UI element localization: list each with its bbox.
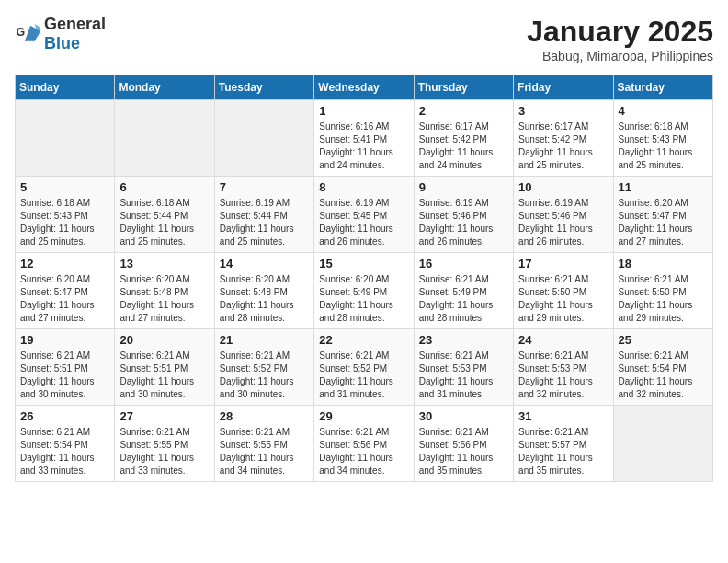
day-number: 11 (619, 180, 708, 194)
calendar-cell: 21Sunrise: 6:21 AMSunset: 5:52 PMDayligh… (214, 329, 313, 406)
week-row-1: 1Sunrise: 6:16 AMSunset: 5:41 PMDaylight… (16, 100, 713, 177)
day-number: 24 (518, 333, 608, 347)
day-number: 28 (220, 409, 309, 423)
day-info: Sunrise: 6:21 AMSunset: 5:56 PMDaylight:… (419, 426, 508, 477)
day-info: Sunrise: 6:21 AMSunset: 5:55 PMDaylight:… (220, 426, 309, 477)
day-number: 31 (518, 409, 608, 423)
week-row-4: 19Sunrise: 6:21 AMSunset: 5:51 PMDayligh… (16, 329, 713, 406)
day-number: 5 (20, 180, 109, 194)
day-info: Sunrise: 6:19 AMSunset: 5:44 PMDaylight:… (220, 197, 309, 248)
calendar-cell: 13Sunrise: 6:20 AMSunset: 5:48 PMDayligh… (115, 253, 214, 329)
day-number: 4 (619, 104, 708, 118)
day-number: 6 (119, 180, 209, 194)
day-number: 19 (20, 333, 109, 347)
day-info: Sunrise: 6:18 AMSunset: 5:43 PMDaylight:… (619, 121, 708, 172)
calendar-cell: 29Sunrise: 6:21 AMSunset: 5:56 PMDayligh… (314, 406, 414, 482)
day-info: Sunrise: 6:21 AMSunset: 5:54 PMDaylight:… (20, 426, 109, 477)
day-info: Sunrise: 6:21 AMSunset: 5:53 PMDaylight:… (419, 350, 508, 401)
calendar-cell: 3Sunrise: 6:17 AMSunset: 5:42 PMDaylight… (514, 100, 613, 177)
day-number: 25 (619, 333, 708, 347)
calendar-cell: 18Sunrise: 6:21 AMSunset: 5:50 PMDayligh… (613, 253, 712, 329)
day-header-sunday: Sunday (16, 75, 115, 100)
day-info: Sunrise: 6:21 AMSunset: 5:52 PMDaylight:… (319, 350, 408, 401)
day-info: Sunrise: 6:17 AMSunset: 5:42 PMDaylight:… (419, 121, 508, 172)
day-number: 26 (20, 409, 109, 423)
title-block: January 2025 Babug, Mimaropa, Philippine… (527, 15, 713, 63)
calendar-cell: 10Sunrise: 6:19 AMSunset: 5:46 PMDayligh… (514, 177, 613, 253)
day-number: 20 (119, 333, 209, 347)
day-info: Sunrise: 6:21 AMSunset: 5:50 PMDaylight:… (518, 273, 608, 325)
day-number: 16 (419, 257, 508, 270)
day-info: Sunrise: 6:20 AMSunset: 5:48 PMDaylight:… (220, 273, 309, 325)
calendar-cell: 27Sunrise: 6:21 AMSunset: 5:55 PMDayligh… (115, 406, 214, 482)
calendar-cell: 5Sunrise: 6:18 AMSunset: 5:43 PMDaylight… (16, 177, 115, 253)
day-info: Sunrise: 6:20 AMSunset: 5:49 PMDaylight:… (319, 273, 408, 325)
day-info: Sunrise: 6:21 AMSunset: 5:52 PMDaylight:… (220, 350, 309, 401)
day-number: 13 (119, 257, 209, 270)
day-number: 15 (319, 257, 408, 270)
day-info: Sunrise: 6:21 AMSunset: 5:49 PMDaylight:… (419, 273, 508, 325)
week-row-3: 12Sunrise: 6:20 AMSunset: 5:47 PMDayligh… (16, 253, 713, 329)
calendar-cell: 15Sunrise: 6:20 AMSunset: 5:49 PMDayligh… (314, 253, 414, 329)
calendar-cell: 8Sunrise: 6:19 AMSunset: 5:45 PMDaylight… (314, 177, 414, 253)
week-row-2: 5Sunrise: 6:18 AMSunset: 5:43 PMDaylight… (16, 177, 713, 253)
calendar-cell: 14Sunrise: 6:20 AMSunset: 5:48 PMDayligh… (214, 253, 313, 329)
calendar-cell: 24Sunrise: 6:21 AMSunset: 5:53 PMDayligh… (514, 329, 613, 406)
day-info: Sunrise: 6:20 AMSunset: 5:47 PMDaylight:… (619, 197, 708, 248)
day-header-monday: Monday (115, 75, 214, 100)
calendar-cell (16, 100, 115, 177)
calendar-cell: 25Sunrise: 6:21 AMSunset: 5:54 PMDayligh… (613, 329, 712, 406)
day-number: 1 (319, 104, 408, 118)
day-number: 7 (220, 180, 309, 194)
page-subtitle: Babug, Mimaropa, Philippines (527, 49, 713, 63)
day-number: 2 (419, 104, 508, 118)
calendar-cell: 11Sunrise: 6:20 AMSunset: 5:47 PMDayligh… (613, 177, 712, 253)
calendar-cell: 16Sunrise: 6:21 AMSunset: 5:49 PMDayligh… (414, 253, 513, 329)
logo-blue: Blue (44, 34, 80, 52)
day-header-thursday: Thursday (414, 75, 513, 100)
day-info: Sunrise: 6:21 AMSunset: 5:53 PMDaylight:… (518, 350, 608, 401)
day-header-friday: Friday (514, 75, 613, 100)
day-info: Sunrise: 6:21 AMSunset: 5:57 PMDaylight:… (518, 426, 608, 477)
day-info: Sunrise: 6:19 AMSunset: 5:45 PMDaylight:… (319, 197, 408, 248)
calendar-cell (115, 100, 214, 177)
calendar-cell: 1Sunrise: 6:16 AMSunset: 5:41 PMDaylight… (314, 100, 414, 177)
day-info: Sunrise: 6:19 AMSunset: 5:46 PMDaylight:… (518, 197, 608, 248)
day-info: Sunrise: 6:16 AMSunset: 5:41 PMDaylight:… (319, 121, 408, 172)
calendar-cell: 9Sunrise: 6:19 AMSunset: 5:46 PMDaylight… (414, 177, 513, 253)
day-number: 10 (518, 180, 608, 194)
calendar-header-row: SundayMondayTuesdayWednesdayThursdayFrid… (16, 75, 713, 100)
logo-general: General (44, 15, 106, 33)
calendar-cell: 22Sunrise: 6:21 AMSunset: 5:52 PMDayligh… (314, 329, 414, 406)
day-info: Sunrise: 6:21 AMSunset: 5:50 PMDaylight:… (619, 273, 708, 325)
day-number: 8 (319, 180, 408, 194)
calendar-cell: 31Sunrise: 6:21 AMSunset: 5:57 PMDayligh… (514, 406, 613, 482)
day-header-saturday: Saturday (613, 75, 712, 100)
day-number: 22 (319, 333, 408, 347)
calendar-cell: 28Sunrise: 6:21 AMSunset: 5:55 PMDayligh… (214, 406, 313, 482)
day-info: Sunrise: 6:20 AMSunset: 5:48 PMDaylight:… (119, 273, 209, 325)
calendar-cell: 7Sunrise: 6:19 AMSunset: 5:44 PMDaylight… (214, 177, 313, 253)
day-header-wednesday: Wednesday (314, 75, 414, 100)
calendar-cell: 30Sunrise: 6:21 AMSunset: 5:56 PMDayligh… (414, 406, 513, 482)
day-info: Sunrise: 6:21 AMSunset: 5:51 PMDaylight:… (119, 350, 209, 401)
day-number: 21 (220, 333, 309, 347)
day-info: Sunrise: 6:18 AMSunset: 5:44 PMDaylight:… (119, 197, 209, 248)
calendar-cell: 19Sunrise: 6:21 AMSunset: 5:51 PMDayligh… (16, 329, 115, 406)
page-title: January 2025 (527, 15, 713, 49)
day-info: Sunrise: 6:17 AMSunset: 5:42 PMDaylight:… (518, 121, 608, 172)
calendar-cell (613, 406, 712, 482)
day-info: Sunrise: 6:20 AMSunset: 5:47 PMDaylight:… (20, 273, 109, 325)
day-number: 29 (319, 409, 408, 423)
day-info: Sunrise: 6:19 AMSunset: 5:46 PMDaylight:… (419, 197, 508, 248)
calendar-cell: 20Sunrise: 6:21 AMSunset: 5:51 PMDayligh… (115, 329, 214, 406)
day-number: 14 (220, 257, 309, 270)
calendar-cell: 2Sunrise: 6:17 AMSunset: 5:42 PMDaylight… (414, 100, 513, 177)
day-info: Sunrise: 6:18 AMSunset: 5:43 PMDaylight:… (20, 197, 109, 248)
calendar-cell: 4Sunrise: 6:18 AMSunset: 5:43 PMDaylight… (613, 100, 712, 177)
svg-text:G: G (17, 26, 26, 39)
calendar-cell: 6Sunrise: 6:18 AMSunset: 5:44 PMDaylight… (115, 177, 214, 253)
day-header-tuesday: Tuesday (214, 75, 313, 100)
day-number: 30 (419, 409, 508, 423)
logo-icon: G (15, 21, 40, 47)
